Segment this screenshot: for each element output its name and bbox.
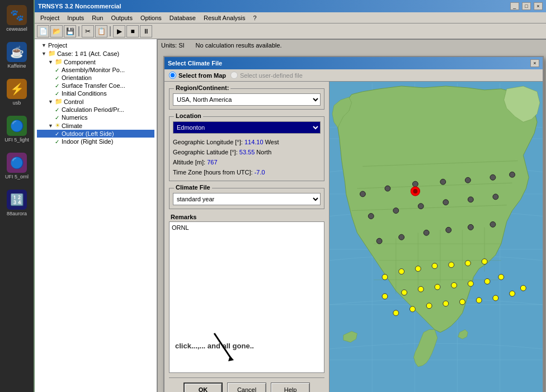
- taskbar-icon-ufi5light[interactable]: 🔵 UFI 5_light: [3, 113, 31, 145]
- tab-user-radio[interactable]: [230, 72, 238, 79]
- tree-control[interactable]: ▼ 📁 Control: [37, 97, 154, 106]
- app-title: TRNSYS 3.2 Noncommercial: [38, 3, 121, 10]
- tree-initial-conditions[interactable]: ✓ Initial Conditions: [37, 89, 154, 97]
- taskbar-icon-ufi5ornl[interactable]: 🔵 UFI 5_ornl: [3, 150, 31, 182]
- tree-root[interactable]: ▼ Project: [37, 41, 154, 49]
- tab-select-from-map[interactable]: Select from Map: [169, 72, 226, 79]
- menu-options[interactable]: Options: [137, 14, 165, 22]
- svg-point-56: [443, 200, 449, 205]
- tree-indoor-label: Indoor (Right Side): [62, 138, 113, 145]
- svg-point-39: [410, 306, 415, 312]
- tree-numerics[interactable]: ✓ Numerics: [37, 114, 154, 121]
- menu-result-analysis[interactable]: Result Analysis: [200, 14, 249, 22]
- menu-outputs[interactable]: Outputs: [107, 14, 136, 22]
- svg-point-57: [468, 197, 473, 202]
- expand-icon: ▼: [41, 42, 46, 48]
- climate-file-label: Climate File: [174, 184, 212, 191]
- climate-file-select[interactable]: standard year typical year custom: [173, 193, 321, 205]
- toolbar-stop[interactable]: ■: [126, 25, 139, 37]
- tab-map-radio[interactable]: [169, 72, 176, 79]
- component-icon: 📁: [55, 58, 63, 65]
- altitude-row: Altitude [m]: 767: [173, 157, 321, 167]
- annotation-arrow: [203, 328, 248, 372]
- svg-point-51: [468, 224, 473, 230]
- region-select[interactable]: USA, North America Europe Asia: [173, 93, 321, 106]
- toolbar-pause[interactable]: ⏸: [140, 25, 152, 37]
- tree-component[interactable]: ▼ 📁 Component: [37, 58, 154, 66]
- tree-assembly-monitor[interactable]: ✓ Assembly/Monitor Po...: [37, 66, 154, 74]
- svg-point-42: [460, 299, 465, 305]
- svg-point-38: [393, 310, 399, 316]
- menu-database[interactable]: Database: [166, 14, 199, 22]
- svg-point-53: [368, 214, 374, 219]
- case-expand-icon: ▼: [41, 51, 46, 56]
- svg-point-61: [412, 181, 418, 187]
- toolbar-run[interactable]: ▶: [113, 25, 125, 37]
- help-button[interactable]: Help: [271, 382, 310, 392]
- tab-user-label: Select user-defined file: [240, 72, 303, 79]
- component-expand-icon: ▼: [48, 59, 53, 65]
- dialog-close-button[interactable]: ×: [530, 59, 539, 67]
- close-button[interactable]: ×: [534, 2, 543, 10]
- svg-point-60: [385, 186, 390, 191]
- tab-user-defined[interactable]: Select user-defined file: [230, 72, 303, 79]
- ufi5ornl-label: UFI 5_ornl: [5, 174, 29, 180]
- tree-climate[interactable]: ▼ ☀ Climate: [37, 121, 154, 130]
- control-expand-icon: ▼: [48, 99, 53, 105]
- tree-surface-transfer[interactable]: ✓ Surface Transfer Coe...: [37, 82, 154, 89]
- dialog-controls: ×: [530, 59, 539, 67]
- cancel-button[interactable]: Cancel: [227, 382, 266, 392]
- tree-calc-period[interactable]: ✓ Calculation Period/Pr...: [37, 106, 154, 114]
- control-icon: 📁: [55, 98, 63, 105]
- taskbar-left: 🐾 ceweasel ☕ Kaffeine ⚡ usb 🔵 UFI 5_ligh…: [0, 0, 34, 392]
- map-area[interactable]: [330, 82, 543, 392]
- taskbar-icon-ceweasel[interactable]: 🐾 ceweasel: [3, 2, 31, 35]
- menu-run[interactable]: Run: [88, 14, 106, 22]
- toolbar-cut[interactable]: ✂: [82, 25, 94, 37]
- svg-point-65: [510, 172, 515, 177]
- toolbar-sep-2: [110, 26, 111, 36]
- svg-line-0: [214, 333, 231, 358]
- geo-info: Geographic Longitude [°]: 114.10 West Ge…: [173, 137, 321, 177]
- toolbar-save[interactable]: 💾: [64, 25, 76, 37]
- 88aurora-icon: 🔢: [7, 190, 27, 210]
- ufi5light-icon: 🔵: [7, 116, 27, 136]
- region-group-label: Region/Continent:: [174, 84, 230, 91]
- altitude-value: 767: [207, 159, 217, 166]
- minimize-button[interactable]: _: [510, 2, 519, 10]
- taskbar-icon-usb[interactable]: ⚡ usb: [3, 76, 31, 108]
- main-content: Select Climate File × Select from Map: [158, 39, 546, 392]
- toolbar-copy[interactable]: 📋: [95, 25, 107, 37]
- svg-point-41: [443, 301, 449, 306]
- tree-surface-label: Surface Transfer Coe...: [62, 82, 125, 89]
- tab-row: Select from Map Select user-defined file: [164, 69, 543, 82]
- 88aurora-label: 88aurora: [7, 211, 27, 216]
- menu-inputs[interactable]: Inputs: [64, 14, 87, 22]
- initial-check-icon: ✓: [55, 91, 59, 97]
- remarks-section: Remarks ORNL click...,... and all gone..: [169, 214, 324, 373]
- svg-point-62: [440, 179, 446, 185]
- toolbar-open[interactable]: 📂: [50, 25, 63, 37]
- timezone-label: Time Zone [hours from UTC]:: [173, 169, 253, 176]
- tree-orientation[interactable]: ✓ Orientation: [37, 74, 154, 82]
- taskbar-icon-kaffeine[interactable]: ☕ Kaffeine: [3, 39, 31, 72]
- surface-check-icon: ✓: [55, 83, 59, 89]
- tree-outdoor[interactable]: ✓ Outdoor (Left Side): [37, 130, 154, 138]
- ok-button[interactable]: OK: [183, 382, 223, 392]
- menu-project[interactable]: Project: [37, 14, 63, 22]
- svg-point-33: [435, 284, 440, 290]
- taskbar-icon-88aurora[interactable]: 🔢 88aurora: [3, 187, 31, 219]
- usb-icon: ⚡: [7, 79, 27, 99]
- svg-point-31: [402, 290, 407, 295]
- dialog-overlay: Select Climate File × Select from Map: [158, 39, 546, 392]
- tree-case[interactable]: ▼ 📁 Case: 1 #1 (Act. Case): [37, 49, 154, 58]
- select-climate-dialog: Select Climate File × Select from Map: [163, 56, 544, 392]
- tree-indoor[interactable]: ✓ Indoor (Right Side): [37, 138, 154, 145]
- menu-help[interactable]: ?: [250, 14, 260, 22]
- toolbar-new[interactable]: 📄: [37, 25, 49, 37]
- svg-point-45: [510, 291, 515, 296]
- location-select[interactable]: Edmonton Calgary Vancouver: [173, 121, 321, 134]
- climate-file-group: Climate File standard year typical year …: [169, 188, 324, 209]
- maximize-button[interactable]: □: [522, 2, 531, 10]
- tree-component-label: Component: [64, 59, 96, 65]
